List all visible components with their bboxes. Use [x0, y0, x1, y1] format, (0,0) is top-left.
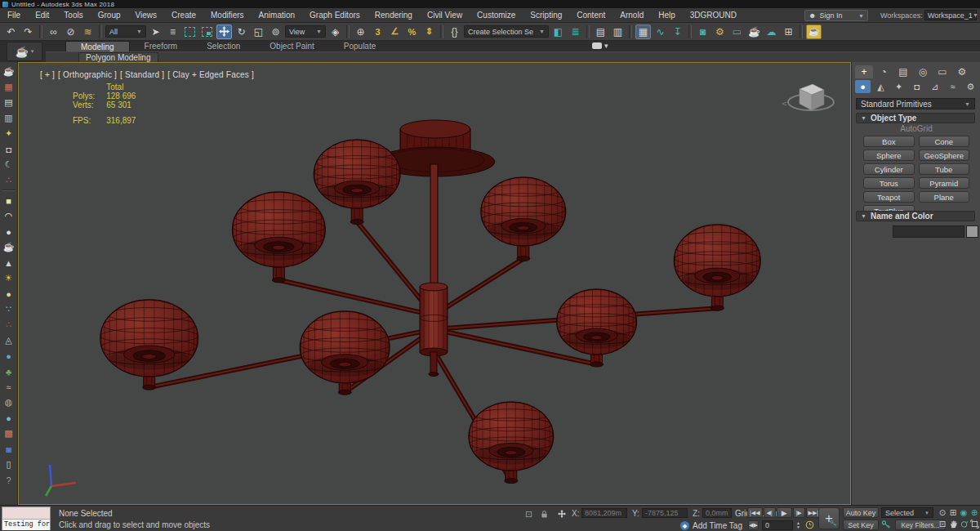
render-production-button[interactable]: ☕	[746, 25, 762, 39]
document-icon[interactable]: ▯	[2, 457, 16, 472]
angle-snap-toggle-button[interactable]: ∠	[387, 25, 403, 39]
window-crossing-selection[interactable]	[199, 25, 215, 39]
camera-light-icon[interactable]: ◘	[2, 141, 16, 157]
set-keys-button[interactable]: +	[818, 507, 840, 529]
moon-icon[interactable]: ☾	[2, 157, 16, 172]
key-mode-toggle[interactable]: ◀▶	[748, 520, 759, 530]
help-icon[interactable]: ?	[2, 472, 16, 488]
teapot-primitive-icon[interactable]: ☕	[2, 239, 16, 255]
foliage-icon[interactable]: ♣	[2, 364, 16, 379]
render-elements-button[interactable]: ⊞	[781, 25, 796, 39]
scene-list-icon[interactable]: ▤	[2, 95, 16, 110]
play-button[interactable]: ▶	[777, 507, 792, 518]
undo-button[interactable]: ↶	[3, 25, 19, 39]
align-button[interactable]: ≣	[568, 25, 583, 39]
menu-modifiers[interactable]: Modifiers	[203, 8, 252, 23]
panel-tab-create[interactable]: +	[855, 65, 873, 78]
select-object-button[interactable]: ➤	[148, 25, 163, 39]
ribbon-tab-freeform[interactable]: Freeform	[130, 41, 193, 51]
primitive-button-box[interactable]: Box	[863, 136, 915, 147]
viewport[interactable]: [ + ][ Orthographic ][ Standard ][ Clay …	[18, 62, 851, 505]
menu-3dground[interactable]: 3DGROUND	[683, 8, 744, 23]
view-cube[interactable]	[780, 78, 839, 120]
object-color-swatch[interactable]	[966, 225, 978, 238]
menu-file[interactable]: File	[0, 8, 28, 23]
zoom-extents-all-button[interactable]: ⊕	[969, 507, 979, 518]
select-and-place-button[interactable]: ⊚	[268, 25, 283, 39]
render-window-icon[interactable]: ▦	[2, 79, 16, 95]
panel-tab-hierarchy[interactable]: ▤	[894, 65, 912, 78]
bind-to-space-warp-button[interactable]: ≋	[80, 25, 96, 39]
dome-primitive-icon[interactable]: ◠	[2, 208, 16, 224]
category-lights[interactable]: ✦	[891, 80, 906, 93]
toggle-layer-explorer-button[interactable]: ▥	[610, 25, 626, 39]
autogrid-checkbox[interactable]: AutoGrid	[852, 124, 980, 133]
category-helpers[interactable]: ⊿	[927, 80, 942, 93]
snaps-toggle-3d-button[interactable]: 3	[370, 25, 385, 39]
toggle-scene-explorer-button[interactable]: ▤	[593, 25, 608, 39]
teapot-render-icon[interactable]: ☕	[2, 64, 16, 79]
pan-button[interactable]	[948, 519, 958, 529]
fur-icon[interactable]: ≈	[2, 379, 16, 395]
zoom-all-button[interactable]: ⊞	[948, 507, 958, 518]
menu-content[interactable]: Content	[569, 8, 612, 23]
object-type-rollout[interactable]: ▼ Object Type	[856, 113, 975, 123]
spinner-snap-toggle-button[interactable]: ⇕	[421, 25, 437, 39]
viewport-menu-general[interactable]: [ + ]	[40, 70, 55, 79]
go-to-start-button[interactable]: |◀◀	[747, 507, 763, 518]
primitive-button-teapot[interactable]: Teapot	[863, 191, 915, 203]
category-geometry[interactable]: ●	[855, 80, 871, 93]
ribbon-tab-modeling[interactable]: Modeling	[65, 41, 130, 51]
add-time-tag[interactable]: ◆ Add Time Tag	[680, 521, 742, 530]
menu-animation[interactable]: Animation	[252, 8, 302, 23]
panel-tab-display[interactable]: ▭	[933, 65, 951, 78]
layer-grid-icon[interactable]: ▥	[2, 110, 16, 126]
ribbon-tab-populate[interactable]: Populate	[329, 41, 390, 51]
workspace-dropdown[interactable]: Workspace_1 ▼	[924, 10, 977, 20]
quick-render-button[interactable]: ☕	[806, 25, 822, 39]
ribbon-overflow-button[interactable]: ▾	[592, 42, 608, 50]
object-name-field[interactable]	[893, 225, 964, 238]
default-in-out-tangents-icon[interactable]	[881, 520, 892, 530]
menu-help[interactable]: Help	[651, 8, 683, 23]
primitive-button-pyramid[interactable]: Pyramid	[919, 177, 970, 189]
select-by-name-button[interactable]: ≡	[165, 25, 180, 39]
orbit-button[interactable]	[959, 519, 969, 529]
frame-spinner[interactable]: ▲▼	[795, 520, 802, 530]
ribbon-teapot-button[interactable]: ☕ ▾	[7, 42, 42, 61]
edit-named-selection-sets-button[interactable]: {}	[447, 25, 462, 39]
menu-edit[interactable]: Edit	[28, 8, 56, 23]
zoom-region-button[interactable]: ⊡	[938, 519, 947, 529]
key-set-dropdown[interactable]: Selected ▼	[881, 507, 933, 518]
selection-lock-toggle[interactable]	[538, 508, 550, 520]
scatter-icon[interactable]: ∵	[2, 301, 16, 317]
zoom-button[interactable]: ⊙	[938, 507, 947, 518]
biped-icon[interactable]: ◬	[2, 332, 16, 348]
select-and-link-button[interactable]: ∞	[46, 25, 61, 39]
auto-key-button[interactable]: Auto Key	[843, 507, 879, 518]
selection-filter-dropdown[interactable]: All▼	[105, 25, 146, 38]
y-coordinate-field[interactable]: -7875,125	[642, 508, 688, 518]
select-and-manipulate-button[interactable]: ⊕	[353, 25, 368, 39]
ribbon-tab-object-paint[interactable]: Object Paint	[255, 41, 328, 51]
primitive-button-cone[interactable]: Cone	[919, 136, 970, 147]
unlink-selection-button[interactable]: ⊘	[63, 25, 78, 39]
menu-tools[interactable]: Tools	[56, 8, 90, 23]
primitive-button-plane[interactable]: Plane	[919, 191, 970, 203]
panel-tab-utilities[interactable]: ⚙	[953, 65, 971, 78]
viewport-menu-standard[interactable]: [ Standard ]	[120, 70, 164, 79]
isolate-selection-toggle[interactable]: ⊡	[523, 508, 535, 520]
menu-arnold[interactable]: Arnold	[612, 8, 651, 23]
render-setup-button[interactable]: ⚙	[712, 25, 728, 39]
previous-frame-button[interactable]: ◀|	[764, 507, 776, 518]
sun-icon[interactable]: ☀	[2, 270, 16, 286]
x-coordinate-field[interactable]: 8081,209m	[581, 508, 627, 518]
primitive-button-cylinder[interactable]: Cylinder	[863, 163, 915, 175]
sphere-blue-icon[interactable]: ●	[2, 410, 16, 426]
sphere-primitive-icon[interactable]: ●	[2, 224, 16, 239]
name-and-color-rollout[interactable]: ▼ Name and Color	[856, 211, 975, 221]
menu-group[interactable]: Group	[91, 8, 128, 23]
render-in-cloud-button[interactable]: ☁	[764, 25, 779, 39]
rock-blue-icon[interactable]: ●	[2, 348, 16, 364]
menu-customize[interactable]: Customize	[470, 8, 523, 23]
